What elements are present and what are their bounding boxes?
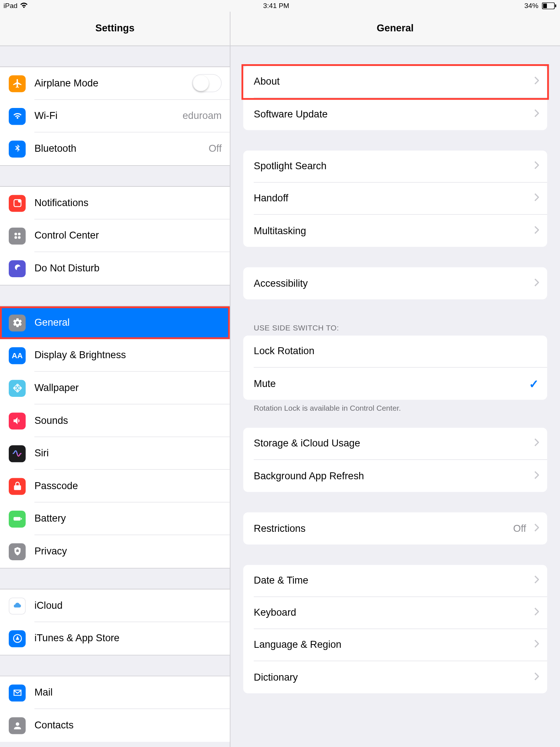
row-label: Accessibility [254, 278, 308, 289]
chevron-right-icon [534, 672, 539, 682]
sidebar-item-bluetooth[interactable]: Bluetooth Off [0, 132, 230, 165]
chevron-right-icon [534, 608, 539, 618]
sidebar-item-label: Do Not Disturb [34, 263, 99, 274]
svg-rect-1 [543, 4, 547, 8]
status-bar: iPad 3:41 PM 34% [0, 0, 560, 12]
battery-icon [541, 2, 556, 9]
general-row-spotlight[interactable]: Spotlight Search [243, 151, 547, 183]
side-switch-mute[interactable]: Mute✓ [243, 368, 547, 400]
sidebar-item-airplane-mode[interactable]: Airplane Mode [0, 67, 230, 100]
svg-point-4 [18, 200, 21, 202]
general-row-software-update[interactable]: Software Update [243, 98, 547, 130]
row-label: Software Update [254, 108, 328, 120]
sidebar-item-notifications[interactable]: Notifications [0, 187, 230, 220]
sidebar-item-siri[interactable]: Siri [0, 437, 230, 470]
sidebar-item-label: Airplane Mode [34, 77, 98, 89]
svg-rect-2 [555, 4, 556, 7]
svg-point-8 [18, 236, 20, 239]
sidebar-item-do-not-disturb[interactable]: Do Not Disturb [0, 252, 230, 285]
chevron-right-icon [534, 193, 539, 204]
general-row-date-time[interactable]: Date & Time [243, 565, 547, 597]
sidebar-item-wifi[interactable]: Wi-Fi eduroam [0, 100, 230, 133]
row-label: Keyboard [254, 607, 296, 619]
sidebar-item-control-center[interactable]: Control Center [0, 220, 230, 252]
sidebar-item-appstore[interactable]: iTunes & App Store [0, 622, 230, 655]
chevron-right-icon [534, 77, 539, 87]
wifi-icon [9, 108, 26, 124]
display-icon: AA [9, 347, 26, 364]
general-row-about[interactable]: About [243, 66, 547, 98]
row-label: Mute [254, 378, 276, 390]
passcode-icon [9, 478, 26, 495]
mail-icon [9, 684, 26, 701]
chevron-right-icon [534, 523, 539, 534]
sidebar-item-wallpaper[interactable]: Wallpaper [0, 372, 230, 405]
battery-pct: 34% [524, 2, 538, 10]
wallpaper-icon [9, 380, 26, 396]
row-label: Lock Rotation [254, 345, 314, 357]
svg-rect-16 [21, 518, 22, 520]
sidebar-item-privacy[interactable]: Privacy [0, 535, 230, 568]
sidebar-item-label: iTunes & App Store [34, 632, 119, 644]
side-switch-header: USE SIDE SWITCH TO: [243, 320, 547, 336]
sidebar-item-label: Mail [34, 686, 52, 698]
restrictions-value: Off [513, 523, 526, 534]
sidebar-item-label: Contacts [34, 720, 73, 731]
svg-point-6 [18, 233, 20, 235]
sidebar-item-label: Passcode [34, 480, 78, 492]
row-label: Language & Region [254, 639, 341, 651]
sidebar-item-label: Wi-Fi [34, 110, 57, 122]
row-label: Handoff [254, 193, 288, 204]
general-row-keyboard[interactable]: Keyboard [243, 597, 547, 629]
checkmark-icon: ✓ [529, 377, 539, 391]
general-row-handoff[interactable]: Handoff [243, 183, 547, 215]
side-switch-lock-rotation[interactable]: Lock Rotation [243, 336, 547, 368]
svg-point-18 [15, 722, 19, 726]
svg-rect-15 [13, 517, 20, 521]
siri-icon [9, 445, 26, 462]
sidebar-item-label: Wallpaper [34, 382, 78, 394]
sidebar-item-battery[interactable]: Battery [0, 503, 230, 535]
general-row-language-region[interactable]: Language & Region [243, 629, 547, 661]
sidebar-title: Settings [0, 12, 230, 46]
row-label: Background App Refresh [254, 470, 364, 482]
bluetooth-icon [9, 140, 26, 157]
svg-point-7 [14, 236, 17, 239]
sidebar-item-label: Privacy [34, 546, 67, 557]
general-row-background-refresh[interactable]: Background App Refresh [243, 460, 547, 492]
svg-point-5 [14, 233, 17, 235]
airplane-toggle[interactable] [192, 74, 222, 92]
sidebar-item-label: Sounds [34, 415, 68, 426]
icloud-icon [9, 597, 26, 614]
row-label: Dictionary [254, 671, 298, 683]
wifi-status-icon [20, 2, 28, 10]
general-row-accessibility[interactable]: Accessibility [243, 267, 547, 299]
airplane-icon [9, 75, 26, 92]
sidebar-item-label: Notifications [34, 197, 88, 209]
sidebar-item-label: Control Center [34, 230, 99, 241]
sidebar-item-label: Battery [34, 513, 66, 525]
control-center-icon [9, 227, 26, 244]
general-row-restrictions[interactable]: RestrictionsOff [243, 512, 547, 545]
sidebar-item-icloud[interactable]: iCloud [0, 589, 230, 622]
clock: 3:41 PM [263, 2, 289, 10]
sidebar-item-sounds[interactable]: Sounds [0, 405, 230, 437]
contacts-icon [9, 717, 26, 734]
sidebar-item-general[interactable]: General [0, 306, 230, 339]
sidebar-item-passcode[interactable]: Passcode [0, 470, 230, 503]
general-pane: General About Software Update Spotlight … [230, 12, 560, 747]
sidebar-item-display-brightness[interactable]: AA Display & Brightness [0, 339, 230, 372]
appstore-icon [9, 630, 26, 647]
sidebar-item-mail[interactable]: Mail [0, 676, 230, 709]
device-label: iPad [4, 2, 18, 10]
notifications-icon [9, 195, 26, 212]
sounds-icon [9, 412, 26, 429]
do-not-disturb-icon [9, 260, 26, 277]
chevron-right-icon [534, 576, 539, 586]
general-row-storage[interactable]: Storage & iCloud Usage [243, 428, 547, 460]
sidebar-item-contacts[interactable]: Contacts [0, 709, 230, 742]
general-row-dictionary[interactable]: Dictionary [243, 661, 547, 693]
sidebar-item-label: Siri [34, 447, 48, 459]
general-row-multitasking[interactable]: Multitasking [243, 215, 547, 247]
settings-sidebar: Settings Airplane Mode Wi-Fi eduroam [0, 12, 230, 747]
